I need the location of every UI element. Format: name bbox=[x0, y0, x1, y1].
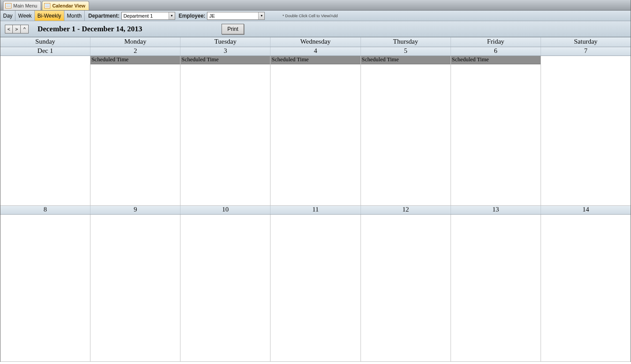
date-cell: 13 bbox=[451, 206, 541, 214]
nav-buttons: < > ^ bbox=[5, 25, 29, 33]
toolbar: Day Week Bi-Weekly Month Department: Dep… bbox=[0, 11, 631, 21]
department-dropdown[interactable]: Department 1 ▼ bbox=[121, 12, 175, 20]
view-biweekly-button[interactable]: Bi-Weekly bbox=[35, 11, 64, 21]
scheduled-time-item[interactable]: Scheduled Time bbox=[90, 56, 180, 64]
chevron-down-icon: ▼ bbox=[258, 12, 264, 19]
date-range: December 1 - December 14, 2013 bbox=[38, 25, 142, 33]
window-tab-bar: Main Menu Calendar View bbox=[0, 0, 631, 11]
calendar-cell[interactable] bbox=[451, 215, 541, 362]
department-label: Department: bbox=[85, 13, 121, 19]
employee-label: Employee: bbox=[175, 13, 207, 19]
print-button[interactable]: Print bbox=[222, 24, 244, 34]
chevron-down-icon: ▼ bbox=[169, 12, 175, 19]
date-cell: 9 bbox=[90, 206, 180, 214]
day-header: Sunday bbox=[0, 37, 90, 47]
day-header: Wednesday bbox=[270, 37, 361, 47]
date-cell: 7 bbox=[541, 47, 631, 56]
date-cell: 5 bbox=[361, 47, 451, 56]
view-day-button[interactable]: Day bbox=[0, 11, 15, 21]
calendar-cell[interactable]: Scheduled Time bbox=[361, 56, 451, 206]
content-row-2 bbox=[0, 215, 631, 362]
scheduled-time-item[interactable]: Scheduled Time bbox=[180, 56, 270, 64]
date-cell: 12 bbox=[361, 206, 451, 214]
tab-calendar-view[interactable]: Calendar View bbox=[42, 1, 89, 10]
employee-value: JE bbox=[207, 13, 258, 19]
calendar-cell[interactable] bbox=[541, 56, 631, 206]
employee-dropdown[interactable]: JE ▼ bbox=[207, 12, 265, 20]
calendar-cell[interactable]: Scheduled Time bbox=[270, 56, 361, 206]
scheduled-time-item[interactable]: Scheduled Time bbox=[270, 56, 360, 64]
svg-rect-7 bbox=[45, 4, 49, 5]
calendar-cell[interactable] bbox=[180, 215, 270, 362]
date-cell: 11 bbox=[270, 206, 361, 214]
svg-rect-3 bbox=[6, 6, 11, 6]
calendar-cell[interactable]: Scheduled Time bbox=[180, 56, 270, 206]
date-cell: 2 bbox=[90, 47, 180, 56]
form-icon bbox=[5, 3, 11, 8]
date-cell: 10 bbox=[180, 206, 270, 214]
calendar-cell[interactable] bbox=[361, 215, 451, 362]
tab-label: Main Menu bbox=[13, 3, 37, 8]
calendar: Sunday Monday Tuesday Wednesday Thursday… bbox=[0, 37, 631, 362]
tab-main-menu[interactable]: Main Menu bbox=[3, 1, 41, 10]
day-header: Saturday bbox=[541, 37, 631, 47]
today-button[interactable]: ^ bbox=[21, 25, 29, 33]
scheduled-time-item[interactable]: Scheduled Time bbox=[451, 56, 541, 64]
svg-rect-2 bbox=[6, 4, 11, 5]
date-cell: 3 bbox=[180, 47, 270, 56]
date-cell: Dec 1 bbox=[0, 47, 90, 56]
svg-rect-9 bbox=[45, 7, 49, 7]
date-cell: 6 bbox=[451, 47, 541, 56]
calendar-cell[interactable]: Scheduled Time bbox=[451, 56, 541, 206]
date-cell: 14 bbox=[541, 206, 631, 214]
department-value: Department 1 bbox=[122, 13, 169, 19]
view-week-button[interactable]: Week bbox=[15, 11, 34, 21]
calendar-cell[interactable] bbox=[541, 215, 631, 362]
content-row-1: Scheduled Time Scheduled Time Scheduled … bbox=[0, 56, 631, 206]
day-headers-row: Sunday Monday Tuesday Wednesday Thursday… bbox=[0, 37, 631, 47]
date-row-2: 8 9 10 11 12 13 14 bbox=[0, 206, 631, 215]
next-button[interactable]: > bbox=[13, 25, 21, 33]
calendar-cell[interactable] bbox=[0, 56, 90, 206]
scheduled-time-item[interactable]: Scheduled Time bbox=[361, 56, 451, 64]
tab-label: Calendar View bbox=[52, 3, 85, 8]
day-header: Friday bbox=[451, 37, 541, 47]
nav-bar: < > ^ December 1 - December 14, 2013 Pri… bbox=[0, 21, 631, 37]
day-header: Thursday bbox=[361, 37, 451, 47]
svg-rect-4 bbox=[6, 7, 11, 7]
form-icon bbox=[44, 3, 50, 8]
calendar-cell[interactable] bbox=[270, 215, 361, 362]
prev-button[interactable]: < bbox=[5, 25, 13, 33]
calendar-cell[interactable]: Scheduled Time bbox=[90, 56, 180, 206]
view-month-button[interactable]: Month bbox=[64, 11, 85, 21]
calendar-cell[interactable] bbox=[90, 215, 180, 362]
date-cell: 4 bbox=[270, 47, 361, 56]
svg-rect-8 bbox=[45, 6, 49, 6]
calendar-cell[interactable] bbox=[0, 215, 90, 362]
day-header: Monday bbox=[90, 37, 180, 47]
hint-text: * Double Click Cell to View/Add bbox=[265, 14, 338, 18]
date-row-1: Dec 1 2 3 4 5 6 7 bbox=[0, 47, 631, 56]
date-cell: 8 bbox=[0, 206, 90, 214]
day-header: Tuesday bbox=[180, 37, 270, 47]
